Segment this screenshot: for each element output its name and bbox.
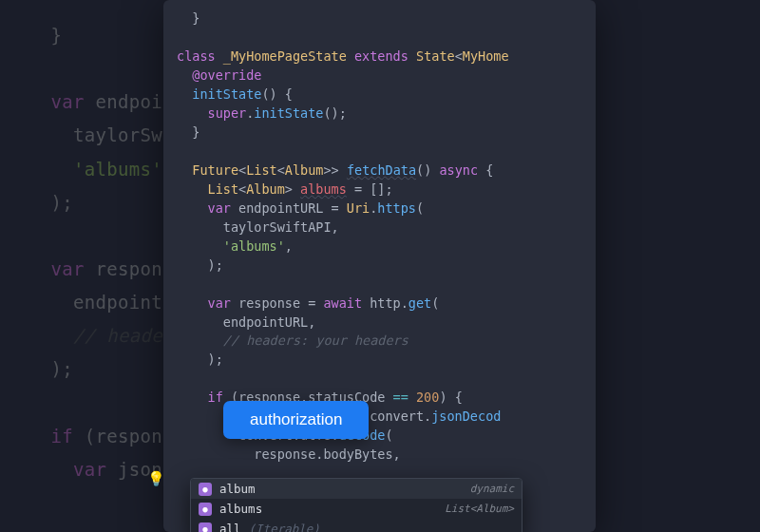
autocomplete-item[interactable]: ●albumdynamic xyxy=(191,479,522,499)
code-line[interactable]: taylorSwiftAPI, xyxy=(163,218,596,238)
code-line[interactable]: } xyxy=(163,124,596,142)
code-editor-panel[interactable]: } class _MyHomePageState extends State<M… xyxy=(163,0,596,532)
variable-icon: ● xyxy=(199,483,212,496)
code-line[interactable]: super.initState(); xyxy=(163,104,596,124)
autocomplete-name: albums xyxy=(219,502,262,516)
code-line[interactable]: response.bodyBytes, xyxy=(163,446,596,465)
code-line[interactable]: // headers: your headers xyxy=(163,332,596,351)
code-line[interactable]: ); xyxy=(163,351,596,370)
code-line[interactable]: endpointURL, xyxy=(163,314,596,332)
code-line[interactable]: class _MyHomePageState extends State<MyH… xyxy=(163,48,596,66)
code-line[interactable]: 'albums', xyxy=(163,238,596,256)
autocomplete-item[interactable]: ●albumsList<Album> xyxy=(191,499,522,519)
code-line[interactable] xyxy=(163,28,596,48)
autocomplete-type: List<Album> xyxy=(445,503,514,515)
tooltip-label: authorization xyxy=(250,410,342,428)
autocomplete-name: album xyxy=(219,482,256,496)
variable-icon: ● xyxy=(199,503,212,516)
autocomplete-popup[interactable]: ●albumdynamic●albumsList<Album>●all(Iter… xyxy=(190,478,522,532)
code-line[interactable]: Future<List<Album>> fetchData() async { xyxy=(163,162,596,180)
autocomplete-item[interactable]: ●all(Iterable) xyxy=(191,519,522,532)
code-line[interactable]: var response = await http.get( xyxy=(163,294,596,314)
autocomplete-name: all xyxy=(219,522,241,532)
variable-icon: ● xyxy=(199,522,212,533)
code-line[interactable]: initState() { xyxy=(163,86,596,104)
code-line[interactable]: var endpointURL = Uri.https( xyxy=(163,200,596,218)
code-line[interactable] xyxy=(163,370,596,389)
code-line[interactable]: List<Album> albums = []; xyxy=(163,180,596,200)
autocomplete-type: dynamic xyxy=(470,483,514,495)
code-line[interactable] xyxy=(163,276,596,294)
code-line[interactable]: } xyxy=(163,10,596,28)
lightbulb-icon[interactable]: 💡 xyxy=(147,470,165,487)
suggestion-tooltip[interactable]: authorization xyxy=(223,401,369,439)
code-line[interactable]: @override xyxy=(163,66,596,86)
code-line[interactable] xyxy=(163,142,596,162)
code-line[interactable]: ); xyxy=(163,256,596,276)
